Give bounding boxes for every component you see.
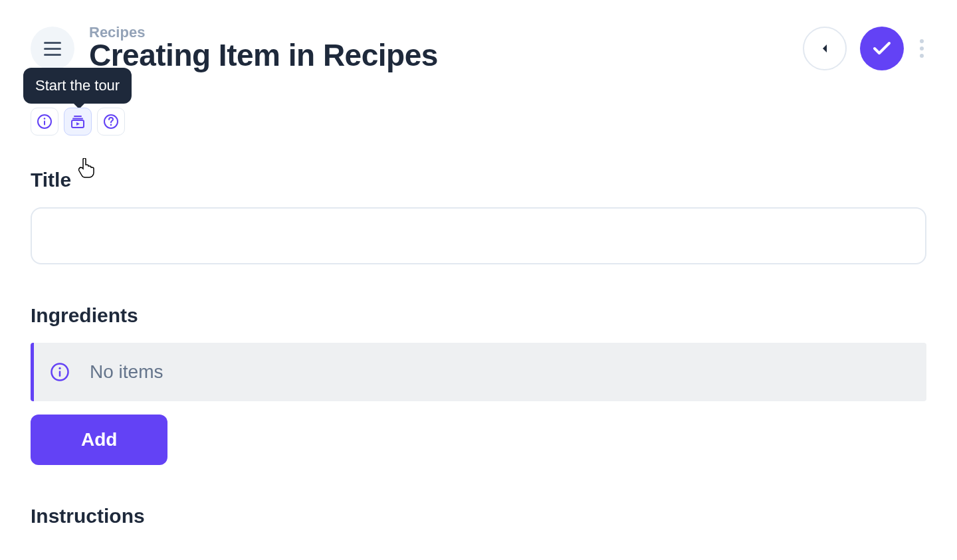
title-area: Recipes Creating Item in Recipes — [89, 24, 788, 73]
page-header: Recipes Creating Item in Recipes — [0, 0, 957, 73]
caret-left-icon — [821, 43, 829, 54]
title-input[interactable] — [31, 207, 926, 264]
tour-button[interactable] — [64, 108, 92, 136]
svg-point-1 — [44, 118, 46, 120]
empty-text: No items — [90, 361, 163, 383]
info-icon — [37, 114, 53, 130]
tooltip-text: Start the tour — [35, 77, 120, 94]
more-options-button[interactable] — [917, 34, 926, 63]
ingredients-section: Ingredients No items Add — [31, 304, 926, 465]
title-section: Title — [31, 169, 926, 264]
title-label: Title — [31, 169, 926, 191]
instructions-label: Instructions — [31, 505, 926, 527]
page-title: Creating Item in Recipes — [89, 37, 788, 73]
back-button[interactable] — [803, 27, 847, 70]
helper-row — [31, 108, 926, 136]
content-area: Start the tour Title — [0, 108, 957, 527]
subscriptions-play-icon — [70, 114, 86, 130]
ingredients-label: Ingredients — [31, 304, 926, 327]
ingredients-empty-banner: No items — [31, 343, 926, 401]
help-icon — [103, 114, 119, 130]
dots-vertical-icon — [920, 39, 924, 43]
menu-button[interactable] — [31, 27, 74, 70]
confirm-button[interactable] — [860, 27, 904, 70]
svg-rect-10 — [59, 371, 61, 377]
info-button[interactable] — [31, 108, 58, 136]
info-icon — [50, 362, 70, 382]
svg-rect-4 — [72, 118, 83, 120]
header-actions — [803, 27, 926, 70]
svg-rect-2 — [44, 121, 45, 126]
svg-point-9 — [58, 367, 60, 369]
add-ingredient-button[interactable]: Add — [31, 415, 167, 465]
tooltip: Start the tour — [23, 68, 132, 104]
help-button[interactable] — [97, 108, 125, 136]
instructions-section: Instructions — [31, 505, 926, 527]
svg-point-7 — [110, 124, 112, 126]
svg-rect-3 — [74, 116, 82, 117]
check-icon — [873, 41, 891, 56]
hamburger-icon — [44, 42, 61, 56]
